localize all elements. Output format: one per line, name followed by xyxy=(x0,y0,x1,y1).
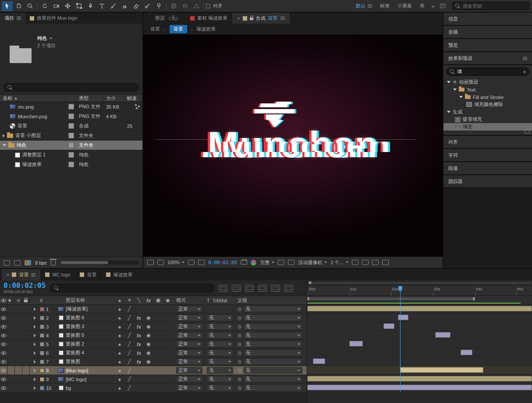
breadcrumb-item[interactable]: 背景 xyxy=(150,26,160,32)
trkmat-select[interactable]: 无 xyxy=(207,341,233,347)
timeline-layer-row[interactable]: 2 置换图 6 ♠╱fx◉ 正常 无 ◎无 xyxy=(0,314,307,322)
layer-expander[interactable] xyxy=(31,334,39,337)
timeline-tab-noise[interactable]: 噪波效果 xyxy=(101,269,137,280)
panel-menu-icon[interactable] xyxy=(17,18,21,18)
project-row-selected[interactable]: 纯色 文件夹 xyxy=(0,141,142,150)
hide-shy-layers-icon[interactable] xyxy=(245,285,254,292)
layer-name[interactable]: bg xyxy=(66,385,115,391)
panel-paragraph[interactable]: 段落 xyxy=(443,162,532,174)
quality-switch[interactable]: ╱ xyxy=(124,315,134,321)
selection-tool-button[interactable] xyxy=(2,1,13,11)
layer-solo-toggle[interactable] xyxy=(15,314,22,322)
layer-visibility-toggle[interactable] xyxy=(0,349,7,357)
layer-visibility-toggle[interactable] xyxy=(0,340,7,348)
layer-label-chip[interactable] xyxy=(40,360,44,364)
project-row[interactable]: 背景 小图层 文件夹 xyxy=(0,131,142,141)
pickwhip-icon[interactable]: ◎ xyxy=(238,332,242,338)
twirl-open-icon[interactable] xyxy=(447,81,450,83)
active-camera-select[interactable]: 活动摄像机 xyxy=(298,259,327,266)
help-search-input[interactable] xyxy=(463,4,526,9)
tree-item-text-folder[interactable]: Text xyxy=(443,86,532,93)
timeline-tab-mc-logo[interactable]: MC logo xyxy=(40,269,75,280)
pickwhip-icon[interactable]: ◎ xyxy=(238,324,242,329)
draft-3d-icon[interactable] xyxy=(232,285,241,292)
timeline-tab-bg2[interactable]: 背景 xyxy=(75,269,101,280)
twirl-open-icon[interactable] xyxy=(459,96,463,98)
layer-duration-bar[interactable] xyxy=(307,376,532,382)
label-color-chip[interactable] xyxy=(68,123,74,129)
effects-search-box[interactable]: × xyxy=(446,67,529,76)
layer-label-chip[interactable] xyxy=(40,333,44,338)
pickwhip-icon[interactable]: ◎ xyxy=(238,341,242,347)
layer-solo-toggle[interactable] xyxy=(15,305,22,313)
twirl-open-icon[interactable] xyxy=(447,111,450,113)
grid-icon[interactable] xyxy=(362,260,369,265)
label-color-chip[interactable] xyxy=(68,162,74,167)
snapshot-icon[interactable] xyxy=(241,260,247,265)
workspace-menu-icon[interactable] xyxy=(368,6,372,6)
pickwhip-icon[interactable]: ◎ xyxy=(238,368,242,373)
layer-expander[interactable] xyxy=(31,351,39,355)
parent-select[interactable]: 无 xyxy=(244,385,302,391)
label-color-chip[interactable] xyxy=(68,133,74,138)
layer-label-chip[interactable] xyxy=(40,386,44,390)
layer-audio-toggle[interactable] xyxy=(7,314,15,322)
workspace-tab-standard[interactable]: 标准 xyxy=(376,3,394,9)
layer-solo-toggle[interactable] xyxy=(15,366,22,375)
column-parent[interactable]: 父级 xyxy=(238,297,307,304)
layer-audio-toggle[interactable] xyxy=(7,340,15,348)
timeline-layer-row[interactable]: 1 [噪波效果] ♠╱ 正常 ◎无 xyxy=(0,305,307,314)
effects-switch[interactable]: fx xyxy=(134,359,144,364)
workspace-tab-default[interactable]: 默认 xyxy=(352,3,376,9)
playhead[interactable] xyxy=(400,286,401,392)
composition-canvas[interactable]: Munchen Munchen Munchen xyxy=(143,35,443,256)
layer-name[interactable]: [噪波效果] xyxy=(66,306,115,312)
pickwhip-icon[interactable]: ◎ xyxy=(238,350,242,356)
workspace-overflow-button[interactable]: » xyxy=(429,4,437,9)
tree-item-fill-selected[interactable]: 填充 xyxy=(443,123,532,131)
layer-audio-toggle[interactable] xyxy=(7,305,15,313)
parent-select[interactable]: 无 xyxy=(244,367,302,374)
timeline-layer-row[interactable]: 7 置换图 ♠╱fx◉ 正常 无 ◎无 xyxy=(0,357,307,366)
quality-switch[interactable]: ╱ xyxy=(124,359,134,364)
quality-switch[interactable]: ╱ xyxy=(124,376,134,382)
layer-name[interactable]: 置换图 6 xyxy=(66,315,115,321)
layer-duration-bar[interactable] xyxy=(435,332,450,338)
trkmat-select[interactable]: 无 xyxy=(207,385,233,391)
shy-switch[interactable]: ♠ xyxy=(115,368,124,373)
panel-preview[interactable]: 预览 xyxy=(443,39,532,51)
breadcrumb-item[interactable]: 噪波效果 xyxy=(196,26,216,32)
timeline-layer-row[interactable]: 4 置换图 5 ♠╱fx◉ 正常 无 ◎无 xyxy=(0,331,307,340)
blend-mode-select[interactable]: 正常 xyxy=(176,367,202,374)
label-color-chip[interactable] xyxy=(68,152,74,158)
panel-corner-grip-icon[interactable] xyxy=(525,129,530,134)
quality-switch[interactable]: ╱ xyxy=(124,341,134,347)
pickwhip-icon[interactable]: ◎ xyxy=(238,315,242,321)
project-row[interactable]: 背景 合成 25 xyxy=(0,121,142,131)
interpret-footage-icon[interactable] xyxy=(4,260,10,265)
layer-duration-bar[interactable] xyxy=(349,341,363,346)
layer-name[interactable]: [Mun logo] xyxy=(66,368,115,373)
workspace-panel-icon[interactable] xyxy=(437,1,448,11)
shy-switch[interactable]: ♠ xyxy=(115,359,124,364)
layer-expander[interactable] xyxy=(31,360,39,364)
shy-switch[interactable]: ♠ xyxy=(115,385,124,391)
clear-search-icon[interactable]: × xyxy=(523,69,526,74)
tab-footage-viewer[interactable]: 素材 噪波效果 xyxy=(185,13,232,24)
parent-select[interactable]: 无 xyxy=(244,350,302,356)
pen-tool-button[interactable] xyxy=(85,1,96,11)
column-header-name[interactable]: 名称 xyxy=(0,95,66,102)
type-tool-button[interactable] xyxy=(96,1,107,11)
label-color-chip[interactable] xyxy=(68,142,74,148)
graph-editor-icon[interactable] xyxy=(284,285,293,292)
effects-switch[interactable]: fx xyxy=(134,342,144,347)
quality-switch[interactable]: ╱ xyxy=(124,332,134,338)
blend-mode-select[interactable]: 正常 xyxy=(176,315,202,321)
clone-stamp-tool-button[interactable] xyxy=(119,1,130,11)
zoom-tool-button[interactable] xyxy=(25,1,35,11)
parent-select[interactable]: 无 xyxy=(244,376,302,382)
project-search-box[interactable] xyxy=(4,83,139,92)
layer-expander[interactable] xyxy=(31,308,39,311)
layer-visibility-toggle[interactable] xyxy=(0,314,7,322)
layer-duration-bar[interactable] xyxy=(307,385,532,390)
